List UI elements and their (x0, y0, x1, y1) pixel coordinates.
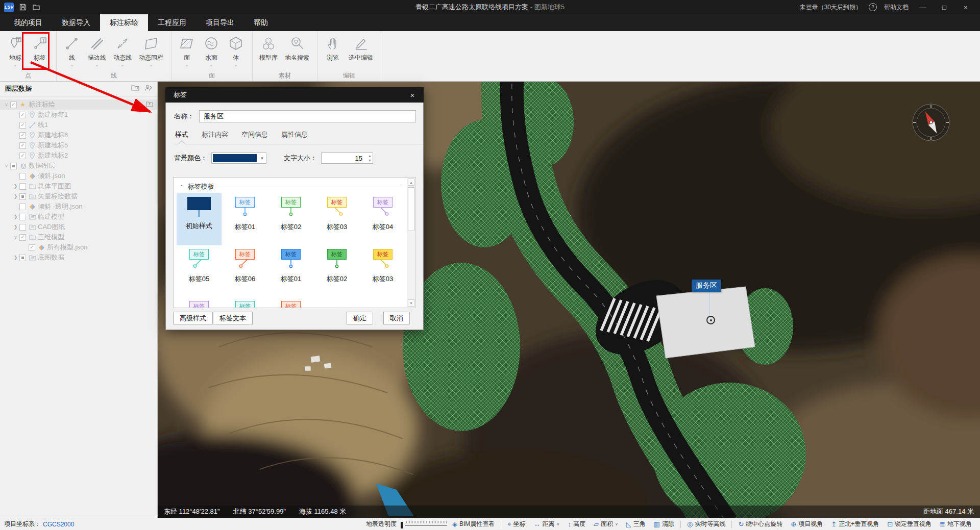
ribbon-button-模型库[interactable]: 模型库 (256, 34, 281, 63)
layer-tree-item-矢量标绘数据[interactable]: ❯矢量标绘数据 (0, 191, 157, 201)
name-input[interactable] (199, 110, 416, 122)
expander-icon[interactable]: ❯ (12, 214, 19, 219)
menu-tab-帮助[interactable]: 帮助 (244, 14, 278, 31)
maximize-button[interactable]: □ (937, 4, 951, 11)
layer-tree-item-总体平面图[interactable]: ❯总体平面图 (0, 181, 157, 191)
scrollbar-thumb[interactable] (408, 187, 414, 231)
layer-checkbox[interactable] (19, 193, 26, 200)
ribbon-button-地标[interactable]: 地标⌄ (4, 34, 27, 68)
layer-tree-item-临建模型[interactable]: ❯临建模型 (0, 212, 157, 222)
layer-checkbox[interactable] (19, 153, 26, 159)
cancel-button[interactable]: 取消 (383, 312, 410, 324)
ribbon-button-选中编辑[interactable]: 选中编辑 (346, 34, 376, 63)
ribbon-button-水面[interactable]: 水面⌄ (200, 34, 223, 68)
dialog-title-bar[interactable]: 标签 × (165, 87, 424, 103)
scroll-down-icon[interactable]: ▼ (408, 299, 414, 307)
surface-opacity-slider[interactable] (400, 520, 448, 528)
tool-距离[interactable]: ↔距离∨ (534, 520, 560, 528)
dialog-tab-标注内容[interactable]: 标注内容 (202, 130, 228, 139)
ribbon-button-动态线[interactable]: 动态线⌄ (110, 34, 135, 68)
template-item-标签03[interactable]: 标签标签03 (360, 245, 405, 297)
menu-tab-标注标绘[interactable]: 标注标绘 (100, 14, 148, 31)
ribbon-button-浏览[interactable]: 浏览 (321, 34, 345, 63)
edit-pencil-icon[interactable]: ✎ (137, 101, 142, 108)
tool-正北+垂直视角[interactable]: ↥正北+垂直视角 (831, 520, 879, 528)
menu-tab-项目导出[interactable]: 项目导出 (196, 14, 244, 31)
layer-checkbox[interactable] (19, 234, 26, 241)
expander-icon[interactable]: ❯ (12, 224, 19, 230)
tool-清除[interactable]: ▥清除 (654, 520, 674, 528)
template-item-row3-12[interactable]: 标签 (268, 297, 313, 308)
collapse-icon[interactable]: ⌃ (180, 184, 184, 190)
layer-tree-item-新建标签1[interactable]: 新建标签1 (0, 110, 157, 120)
template-item-标签05[interactable]: 标签标签05 (177, 245, 222, 297)
layer-checkbox[interactable] (19, 224, 26, 231)
menu-tab-数据导入[interactable]: 数据导入 (52, 14, 100, 31)
layer-tree-item-倾斜.json[interactable]: 倾斜.json (0, 171, 157, 181)
layer-checkbox[interactable] (29, 244, 35, 251)
template-scrollbar[interactable]: ▲ ▼ (407, 178, 415, 307)
tool-坐标[interactable]: ⌖坐标 (507, 520, 525, 528)
expander-icon[interactable]: ❯ (12, 184, 19, 189)
template-item-row3-11[interactable]: 标签 (223, 297, 267, 308)
tool-实时等高线[interactable]: ◎实时等高线 (687, 520, 725, 528)
ribbon-button-地名搜索[interactable]: 地名搜索 (282, 34, 312, 63)
layer-checkbox[interactable] (19, 112, 26, 118)
dialog-tab-空间信息[interactable]: 空间信息 (241, 130, 268, 139)
layer-checkbox[interactable] (19, 122, 26, 129)
template-item-标签06[interactable]: 标签标签06 (223, 245, 267, 297)
slider-thumb[interactable] (401, 522, 403, 528)
template-item-初始样式[interactable]: 初始样式 (177, 193, 222, 245)
ribbon-button-面[interactable]: 面⌄ (175, 34, 199, 68)
tool-三角[interactable]: ◺三角 (626, 520, 646, 528)
user-layer-icon[interactable] (144, 84, 152, 93)
expander-icon[interactable]: ❯ (12, 194, 19, 199)
save-icon[interactable] (19, 3, 27, 11)
bg-color-dropdown[interactable]: ▼ (211, 153, 266, 164)
expander-icon[interactable]: ∨ (3, 163, 10, 168)
layer-checkbox[interactable] (10, 163, 17, 169)
layer-tree-item-倾斜 -透明.json[interactable]: 倾斜 -透明.json (0, 201, 157, 212)
minimize-button[interactable]: — (916, 4, 930, 11)
spin-down-icon[interactable]: ▼ (368, 158, 372, 163)
layer-tree-item-新建地标6[interactable]: 新建地标6 (0, 130, 157, 140)
tool-高度[interactable]: ↕高度 (568, 520, 585, 528)
layer-tree-item-所有模型.json[interactable]: 所有模型.json (0, 242, 157, 253)
template-item-标签04[interactable]: 标签标签04 (360, 193, 405, 245)
tool-面积[interactable]: ▱面积∨ (594, 520, 618, 528)
template-item-标签02[interactable]: 标签标签02 (314, 245, 359, 297)
layer-tree-item-线1[interactable]: 线1 (0, 120, 157, 130)
layer-checkbox[interactable] (19, 204, 26, 210)
menu-tab-我的项目[interactable]: 我的项目 (4, 14, 52, 31)
tool-锁定垂直视角[interactable]: ⊡锁定垂直视角 (887, 520, 932, 528)
map-annotation-label[interactable]: 服务区 (692, 280, 721, 292)
template-item-标签01[interactable]: 标签标签01 (268, 245, 313, 297)
expander-icon[interactable]: ∨ (12, 235, 19, 240)
template-item-row3-10[interactable]: 标签 (177, 297, 222, 308)
crs-value-link[interactable]: CGCS2000 (43, 521, 74, 528)
layer-checkbox[interactable] (10, 102, 17, 108)
dialog-close-icon[interactable]: × (407, 91, 418, 99)
menu-tab-工程应用[interactable]: 工程应用 (148, 14, 196, 31)
layer-checkbox[interactable] (19, 183, 26, 190)
dialog-tab-样式[interactable]: 样式 (175, 130, 188, 139)
layer-checkbox[interactable] (19, 132, 26, 139)
compass[interactable] (913, 104, 949, 141)
new-folder-icon[interactable] (131, 84, 139, 93)
layer-checkbox[interactable] (19, 142, 26, 149)
ribbon-button-体[interactable]: 体⌄ (224, 34, 248, 68)
export-folder-icon[interactable] (146, 101, 153, 109)
expander-icon[interactable]: ❯ (12, 255, 19, 260)
tool-项目视角[interactable]: ⊕项目视角 (791, 520, 823, 528)
tool-绕中心点旋转[interactable]: ↻绕中心点旋转 (738, 520, 782, 528)
open-folder-icon[interactable] (32, 3, 40, 11)
ribbon-button-描边线[interactable]: 描边线⌄ (85, 34, 109, 68)
font-size-spinner[interactable]: 15 ▲▼ (321, 153, 373, 164)
spin-up-icon[interactable]: ▲ (368, 154, 372, 158)
layer-tree-item-三维模型[interactable]: ∨三维模型 (0, 232, 157, 242)
help-icon[interactable]: ? (869, 3, 877, 11)
scroll-up-icon[interactable]: ▲ (408, 179, 414, 186)
ribbon-button-动态围栏[interactable]: 动态围栏⌄ (136, 34, 166, 68)
ribbon-button-标签[interactable]: 标签⌄ (28, 34, 52, 68)
layer-checkbox[interactable] (19, 214, 26, 220)
